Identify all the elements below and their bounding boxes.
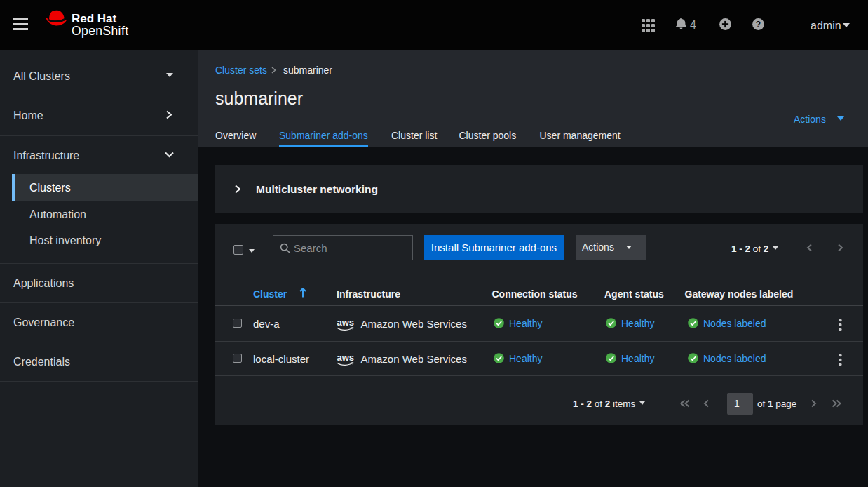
svg-text:aws: aws [337,318,355,328]
svg-text:?: ? [756,19,761,29]
svg-text:aws: aws [337,353,355,363]
